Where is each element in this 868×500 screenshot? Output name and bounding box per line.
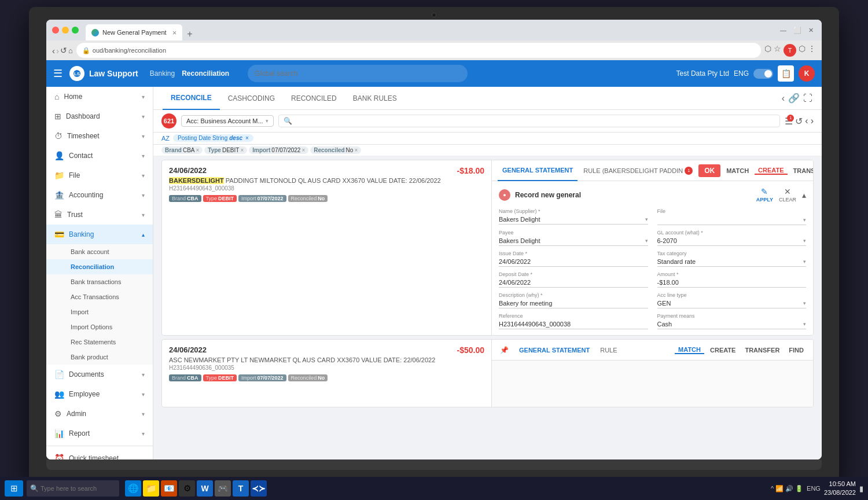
create-btn-1[interactable]: CREATE: [755, 167, 787, 175]
tab-close-icon[interactable]: ×: [172, 28, 177, 37]
sidebar-item-admin[interactable]: ⚙ Admin ▾: [46, 404, 153, 424]
taskbar-icon-vscode[interactable]: ≺≻: [251, 480, 267, 497]
extensions-icon[interactable]: ⬡: [799, 44, 806, 57]
sidebar-item-quick-timesheet[interactable]: ⏰ Quick timesheet: [46, 448, 153, 459]
taskbar-icon-outlook[interactable]: 📧: [161, 480, 177, 497]
tab-reconciled[interactable]: RECONCILED: [283, 87, 345, 110]
more-icon[interactable]: ⋮: [808, 44, 816, 57]
home-btn[interactable]: ⌂: [68, 46, 73, 56]
sidebar-sub-import-options[interactable]: Import Options: [46, 319, 153, 334]
forward-btn[interactable]: ›: [56, 46, 59, 56]
taskbar-icon-app4[interactable]: ⚙: [179, 480, 195, 497]
search-box[interactable]: 🔍: [278, 115, 781, 127]
tray-icon-battery[interactable]: 🔋: [795, 485, 803, 492]
sidebar-sub-import[interactable]: Import: [46, 304, 153, 319]
browser-tab[interactable]: New General Payment ×: [86, 24, 182, 41]
field-description-value[interactable]: Bakery for meeting: [499, 299, 648, 308]
sidebar-sub-bank-transactions[interactable]: Bank transactions: [46, 274, 153, 289]
pin-btn-2[interactable]: 📌: [498, 344, 511, 356]
user-avatar[interactable]: K: [799, 65, 815, 82]
apply-button[interactable]: ✎ APPLY: [756, 187, 773, 203]
field-issue-date-value[interactable]: 24/06/2022: [499, 257, 648, 267]
nav-banking[interactable]: Banking: [150, 69, 175, 78]
taskbar-clock[interactable]: 10:50 AM 23/08/2022: [824, 480, 856, 498]
sidebar-item-employee[interactable]: 👥 Employee ▾: [46, 384, 153, 404]
share-icon[interactable]: ⬡: [764, 44, 771, 57]
sidebar-sub-bank-product[interactable]: Bank product: [46, 350, 153, 365]
match-btn-1[interactable]: MATCH: [723, 167, 752, 174]
nav-left-btn[interactable]: ‹: [782, 93, 785, 104]
next-page-btn[interactable]: ›: [811, 116, 814, 127]
account-selector[interactable]: Acc: Business Account M... ▾: [181, 115, 274, 127]
sidebar-sub-reconciliation[interactable]: Reconciliation: [46, 259, 153, 274]
maximize-window-btn[interactable]: [72, 27, 79, 34]
ok-button-1[interactable]: OK: [698, 164, 720, 177]
taskbar-search-input[interactable]: [27, 480, 119, 497]
tray-icon-1[interactable]: ^: [771, 485, 774, 492]
sidebar-sub-bank-account[interactable]: Bank account: [46, 244, 153, 259]
action-tab-general-statement-2[interactable]: GENERAL STATEMENT: [514, 340, 594, 361]
sidebar-item-banking[interactable]: 💳 Banking ▴: [46, 225, 153, 244]
dark-mode-toggle[interactable]: [753, 69, 773, 79]
action-tab-rule-2[interactable]: RULE: [595, 340, 621, 361]
clear-button[interactable]: ✕ CLEAR: [779, 187, 796, 203]
sidebar-item-report[interactable]: 📊 Report ▾: [46, 424, 153, 443]
action-tab-general-statement-1[interactable]: GENERAL STATEMENT: [498, 160, 578, 181]
close-window-btn[interactable]: [52, 27, 59, 34]
find-btn-2[interactable]: FIND: [785, 347, 807, 354]
field-gl-value[interactable]: 6-2070 ▾: [657, 236, 807, 246]
field-payment-means-value[interactable]: Cash ▾: [657, 319, 807, 329]
minimize-window-btn[interactable]: [62, 27, 69, 34]
prev-page-btn[interactable]: ‹: [805, 116, 808, 127]
sidebar-sub-acc-transactions[interactable]: Acc Transactions: [46, 289, 153, 304]
show-desktop-btn[interactable]: ▮: [859, 484, 863, 493]
link-icon-btn[interactable]: 🔗: [788, 93, 800, 104]
close-icon[interactable]: ✕: [806, 25, 816, 35]
lang-button[interactable]: ENG: [734, 69, 749, 78]
field-file-value[interactable]: ▾: [657, 215, 807, 225]
hamburger-menu-btn[interactable]: ☰: [53, 67, 62, 80]
new-tab-button[interactable]: +: [182, 29, 197, 39]
transfer-btn-2[interactable]: TRANSFER: [741, 347, 783, 354]
sidebar-item-file[interactable]: 📁 File ▾: [46, 166, 153, 185]
field-payee-value[interactable]: Bakers Delight ▾: [499, 236, 648, 246]
tray-icon-network[interactable]: 📶: [775, 485, 784, 492]
sidebar-item-dashboard[interactable]: ⊞ Dashboard ▾: [46, 106, 153, 126]
tray-icon-volume[interactable]: 🔊: [785, 485, 793, 492]
refresh-btn[interactable]: ↺: [795, 116, 803, 127]
profile-icon[interactable]: T: [784, 44, 796, 57]
field-name-value[interactable]: Bakers Delight ▾: [499, 215, 648, 225]
transfer-btn-1[interactable]: TRANSFER: [790, 167, 814, 174]
url-bar[interactable]: 🔒 oud/banking/reconciliation: [76, 43, 761, 58]
bookmark-icon[interactable]: ☆: [774, 44, 781, 57]
chip-import-close[interactable]: ×: [301, 147, 305, 153]
sort-chip-close[interactable]: ×: [245, 135, 249, 141]
sidebar-item-contact[interactable]: 👤 Contact ▾: [46, 146, 153, 166]
sidebar-item-documents[interactable]: 📄 Documents ▾: [46, 365, 153, 384]
collapse-form-icon[interactable]: ▴: [802, 190, 806, 200]
field-acc-line-type-value[interactable]: GEN ▾: [657, 299, 807, 308]
tab-cashcoding[interactable]: CASHCODING: [220, 87, 283, 110]
sidebar-item-timesheet[interactable]: ⏱ Timesheet ▾: [46, 126, 153, 146]
chip-reconciled-close[interactable]: ×: [354, 147, 358, 153]
field-reference-value[interactable]: H231644490643_000038: [499, 319, 648, 329]
taskbar-icon-folder[interactable]: 📁: [143, 480, 159, 497]
match-btn-2[interactable]: MATCH: [675, 346, 704, 354]
back-btn[interactable]: ‹: [52, 46, 55, 56]
field-deposit-date-value[interactable]: 24/06/2022: [499, 278, 648, 288]
start-button[interactable]: ⊞: [5, 480, 23, 497]
taskbar-icon-word[interactable]: W: [197, 480, 213, 497]
action-tab-rule-1[interactable]: RULE (BAKERSDELIGHT PADDIN 1: [579, 160, 697, 181]
nav-reconciliation[interactable]: Reconciliation: [182, 69, 229, 78]
tab-bank-rules[interactable]: BANK RULES: [345, 87, 405, 110]
create-btn-2[interactable]: CREATE: [707, 347, 739, 354]
minimize-icon[interactable]: —: [778, 25, 789, 35]
taskbar-icon-app6[interactable]: 🎮: [215, 480, 231, 497]
sidebar-item-home[interactable]: ⌂ Home ▾: [46, 87, 153, 106]
chip-type-close[interactable]: ×: [240, 147, 244, 153]
expand-btn[interactable]: ⛶: [803, 93, 812, 104]
tab-reconcile[interactable]: RECONCILE: [163, 87, 220, 110]
sidebar-item-trust[interactable]: 🏛 Trust ▾: [46, 205, 153, 225]
sidebar-sub-rec-statements[interactable]: Rec Statements: [46, 334, 153, 350]
sidebar-item-accounting[interactable]: 🏦 Accounting ▾: [46, 185, 153, 205]
